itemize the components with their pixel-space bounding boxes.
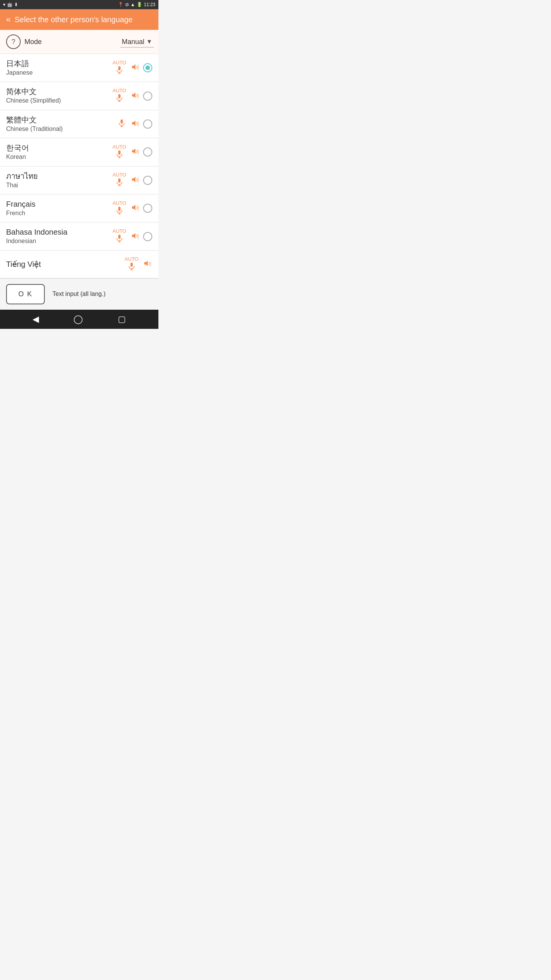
nav-recent-icon[interactable]: ▢ bbox=[118, 314, 126, 324]
footer: O K Text input (all lang.) bbox=[0, 278, 158, 310]
android-icon: 🤖 bbox=[7, 2, 13, 7]
mic-icon[interactable] bbox=[115, 93, 124, 104]
text-input-label: Text input (all lang.) bbox=[52, 291, 106, 297]
signal-icon: ▾ bbox=[3, 2, 5, 7]
back-button[interactable]: « bbox=[6, 15, 11, 24]
mic-icon[interactable] bbox=[115, 65, 124, 76]
volume-icon[interactable] bbox=[131, 175, 140, 186]
clock: 11:23 bbox=[144, 2, 155, 7]
language-english-name: Korean bbox=[6, 153, 112, 161]
svg-marker-3 bbox=[132, 64, 135, 70]
svg-rect-4 bbox=[118, 94, 121, 98]
language-english-name: Japanese bbox=[6, 69, 112, 77]
mode-dropdown[interactable]: ManualAutoSingle bbox=[120, 36, 154, 47]
mic-icon[interactable] bbox=[115, 234, 124, 245]
ok-button[interactable]: O K bbox=[6, 284, 45, 304]
volume-icon[interactable] bbox=[131, 203, 140, 214]
help-icon-button[interactable]: ? bbox=[6, 34, 21, 49]
mic-icon[interactable] bbox=[115, 206, 124, 217]
language-english-name: French bbox=[6, 209, 112, 217]
language-item[interactable]: 简体中文Chinese (Simplified)AUTO bbox=[0, 82, 158, 110]
language-list: 日本語JapaneseAUTO 简体中文Chinese (Simplified)… bbox=[0, 54, 158, 278]
svg-rect-12 bbox=[118, 150, 121, 155]
language-native-name: Tiếng Việt bbox=[6, 259, 125, 269]
status-icons-right: 📍 ⊘ ▲ 🔋 11:23 bbox=[118, 2, 155, 7]
language-item[interactable]: ภาษาไทยThaiAUTO bbox=[0, 167, 158, 194]
svg-rect-28 bbox=[130, 263, 133, 267]
mode-row: ? Mode ManualAutoSingle ▼ bbox=[0, 30, 158, 54]
auto-label: AUTO bbox=[112, 88, 126, 93]
volume-icon[interactable] bbox=[143, 259, 152, 270]
volume-icon[interactable] bbox=[131, 231, 140, 242]
language-item[interactable]: 日本語JapaneseAUTO bbox=[0, 54, 158, 82]
language-radio[interactable] bbox=[143, 232, 152, 241]
auto-label: AUTO bbox=[112, 200, 126, 206]
language-radio[interactable] bbox=[143, 147, 152, 157]
language-english-name: Chinese (Simplified) bbox=[6, 96, 112, 105]
mic-icon[interactable] bbox=[117, 119, 126, 129]
header: « Select the other person's language bbox=[0, 9, 158, 30]
language-item[interactable]: FrançaisFrenchAUTO bbox=[0, 194, 158, 222]
language-item[interactable]: Tiếng ViệtAUTO bbox=[0, 251, 158, 278]
svg-rect-16 bbox=[118, 178, 121, 183]
volume-icon[interactable] bbox=[131, 62, 140, 73]
language-radio[interactable] bbox=[143, 204, 152, 213]
auto-label: AUTO bbox=[112, 144, 126, 150]
battery-icon: 🔋 bbox=[137, 2, 142, 7]
language-radio[interactable] bbox=[143, 176, 152, 185]
svg-rect-8 bbox=[121, 119, 123, 124]
language-native-name: 简体中文 bbox=[6, 87, 112, 96]
nav-home-icon[interactable]: ◯ bbox=[73, 314, 83, 324]
nav-back-icon[interactable]: ◀ bbox=[33, 314, 39, 324]
download-icon: ⬇ bbox=[14, 2, 18, 7]
language-item[interactable]: 한국어KoreanAUTO bbox=[0, 138, 158, 166]
svg-rect-0 bbox=[118, 66, 121, 70]
language-item[interactable]: Bahasa IndonesiaIndonesianAUTO bbox=[0, 222, 158, 250]
mode-label: Mode bbox=[24, 38, 88, 46]
svg-marker-11 bbox=[132, 121, 135, 126]
language-english-name: Thai bbox=[6, 181, 112, 189]
page-title: Select the other person's language bbox=[15, 15, 132, 24]
language-native-name: ภาษาไทย bbox=[6, 171, 112, 181]
auto-label: AUTO bbox=[125, 256, 139, 262]
volume-icon[interactable] bbox=[131, 119, 140, 129]
language-native-name: 한국어 bbox=[6, 143, 112, 153]
svg-marker-19 bbox=[132, 177, 135, 182]
svg-rect-24 bbox=[118, 235, 121, 239]
svg-rect-20 bbox=[118, 207, 121, 211]
svg-marker-27 bbox=[132, 233, 135, 238]
language-english-name: Indonesian bbox=[6, 237, 112, 245]
language-native-name: 日本語 bbox=[6, 59, 112, 69]
location-icon: 📍 bbox=[118, 2, 124, 7]
volume-icon[interactable] bbox=[131, 91, 140, 101]
status-icons-left: ▾ 🤖 ⬇ bbox=[3, 2, 18, 7]
svg-marker-23 bbox=[132, 205, 135, 210]
auto-label: AUTO bbox=[112, 228, 126, 234]
svg-marker-31 bbox=[144, 261, 148, 266]
volume-icon[interactable] bbox=[131, 147, 140, 157]
language-radio[interactable] bbox=[143, 119, 152, 129]
language-english-name: Chinese (Traditional) bbox=[6, 125, 117, 133]
language-native-name: Français bbox=[6, 199, 112, 209]
svg-marker-15 bbox=[132, 149, 135, 154]
mode-select-wrapper: ManualAutoSingle ▼ bbox=[88, 36, 152, 47]
mic-icon[interactable] bbox=[115, 178, 124, 188]
mic-icon[interactable] bbox=[127, 262, 136, 273]
auto-label: AUTO bbox=[112, 172, 126, 178]
auto-label: AUTO bbox=[112, 60, 126, 65]
nav-bar: ◀ ◯ ▢ bbox=[0, 310, 158, 329]
language-item[interactable]: 繁體中文Chinese (Traditional) bbox=[0, 110, 158, 138]
mic-icon[interactable] bbox=[115, 150, 124, 160]
svg-marker-7 bbox=[132, 93, 135, 98]
status-bar: ▾ 🤖 ⬇ 📍 ⊘ ▲ 🔋 11:23 bbox=[0, 0, 158, 9]
language-radio[interactable] bbox=[143, 63, 152, 72]
language-radio[interactable] bbox=[143, 91, 152, 101]
language-native-name: 繁體中文 bbox=[6, 115, 117, 125]
wifi-icon: ▲ bbox=[130, 2, 135, 7]
language-native-name: Bahasa Indonesia bbox=[6, 227, 112, 237]
no-sim-icon: ⊘ bbox=[125, 2, 129, 7]
